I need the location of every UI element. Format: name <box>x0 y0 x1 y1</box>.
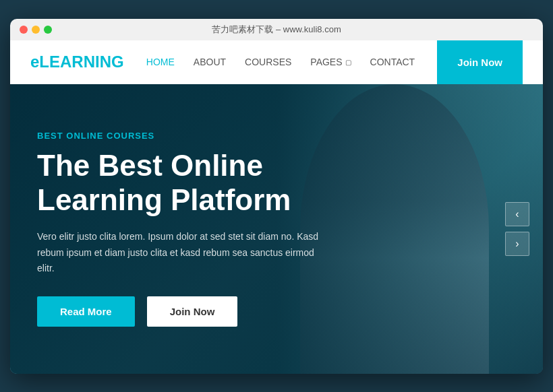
browser-title: 苦力吧素材下载 – www.kuli8.com <box>212 24 341 36</box>
hero-buttons: Read More Join Now <box>37 296 334 327</box>
nav-join-button[interactable]: Join Now <box>437 40 523 84</box>
hero-section: BEST ONLINE COURSES The Best Online Lear… <box>10 84 543 374</box>
hero-title: The Best Online Learning Platform <box>37 149 334 217</box>
navbar: eLEARNING HOME ABOUT COURSES PAGES CONTA… <box>10 40 543 84</box>
hero-content: BEST ONLINE COURSES The Best Online Lear… <box>10 131 361 326</box>
hero-title-line1: The Best Online <box>37 149 263 182</box>
browser-bar: 苦力吧素材下载 – www.kuli8.com <box>10 19 543 40</box>
nav-link-courses[interactable]: COURSES <box>245 57 291 67</box>
slider-next-button[interactable]: › <box>505 232 529 256</box>
browser-window: 苦力吧素材下载 – www.kuli8.com eLEARNING HOME A… <box>10 19 543 374</box>
nav-link-home[interactable]: HOME <box>146 57 175 67</box>
hero-title-line2: Learning Platform <box>37 183 291 216</box>
hero-description: Vero elitr justo clita lorem. Ipsum dolo… <box>37 229 334 275</box>
nav-item-home[interactable]: HOME <box>146 56 175 68</box>
join-now-button[interactable]: Join Now <box>147 296 238 327</box>
nav-link-contact[interactable]: CONTACT <box>370 57 415 67</box>
slider-prev-button[interactable]: ‹ <box>505 202 529 226</box>
read-more-button[interactable]: Read More <box>37 296 135 327</box>
close-dot[interactable] <box>20 26 28 34</box>
nav-item-courses[interactable]: COURSES <box>245 56 291 68</box>
nav-item-about[interactable]: ABOUT <box>194 56 226 68</box>
hero-subtitle: BEST ONLINE COURSES <box>37 131 334 141</box>
nav-item-pages[interactable]: PAGES <box>310 57 351 67</box>
nav-link-pages[interactable]: PAGES <box>310 57 342 67</box>
minimize-dot[interactable] <box>32 26 40 34</box>
maximize-dot[interactable] <box>44 26 52 34</box>
nav-link-about[interactable]: ABOUT <box>194 57 226 67</box>
nav-item-contact[interactable]: CONTACT <box>370 56 415 68</box>
slider-controls: ‹ › <box>505 202 529 256</box>
nav-links: HOME ABOUT COURSES PAGES CONTACT <box>146 56 415 68</box>
site-logo[interactable]: eLEARNING <box>30 53 124 71</box>
